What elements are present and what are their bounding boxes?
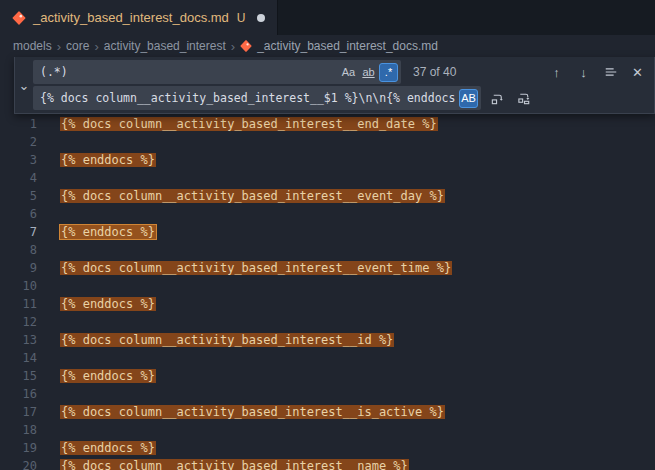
breadcrumb-item-activity-based-interest[interactable]: activity_based_interest — [104, 39, 226, 53]
code-line[interactable] — [37, 313, 60, 331]
editor-line: 6 — [0, 205, 655, 223]
replace-row: AB — [33, 86, 648, 110]
whole-word-option[interactable]: ab — [359, 63, 378, 82]
dbt-file-icon — [12, 11, 26, 25]
line-number: 12 — [0, 313, 37, 331]
line-number: 16 — [0, 385, 37, 403]
editor-line: 9{% docs column__activity_based_interest… — [0, 259, 655, 277]
editor-line: 19{% enddocs %} — [0, 439, 655, 457]
find-in-selection-button[interactable] — [600, 62, 621, 83]
editor-line: 2 — [0, 133, 655, 151]
previous-match-button[interactable]: ↑ — [546, 62, 567, 83]
git-status-badge: U — [237, 11, 246, 25]
code-line[interactable]: {% docs column__activity_based_interest_… — [37, 187, 445, 205]
breadcrumb-item-file[interactable]: _activity_based_interest_docs.md — [240, 39, 438, 53]
replace-all-icon — [517, 91, 532, 106]
editor-line: 10 — [0, 277, 655, 295]
line-number: 7 — [0, 223, 37, 241]
find-input[interactable] — [33, 60, 338, 84]
replace-all-button[interactable] — [514, 88, 535, 109]
find-match: {% docs column__activity_based_interest_… — [60, 261, 452, 275]
editor-line: 11{% enddocs %} — [0, 295, 655, 313]
code-line[interactable]: {% enddocs %} — [37, 151, 156, 169]
line-number: 11 — [0, 295, 37, 313]
code-line[interactable] — [37, 169, 60, 187]
replace-input[interactable] — [33, 86, 458, 110]
line-number: 15 — [0, 367, 37, 385]
breadcrumb-item-core[interactable]: core — [66, 39, 89, 53]
line-number: 20 — [0, 457, 37, 470]
find-match: {% docs column__activity_based_interest_… — [60, 333, 394, 347]
line-number: 13 — [0, 331, 37, 349]
chevron-right-icon: › — [231, 39, 235, 54]
editor-line: 16 — [0, 385, 655, 403]
editor-line: 7{% enddocs %} — [0, 223, 655, 241]
code-line[interactable]: {% docs column__activity_based_interest_… — [37, 403, 445, 421]
current-find-match: {% enddocs %} — [60, 225, 156, 239]
editor-line: 18 — [0, 421, 655, 439]
find-match: {% docs column__activity_based_interest_… — [60, 405, 445, 419]
replace-button[interactable] — [487, 88, 508, 109]
line-number: 14 — [0, 349, 37, 367]
editor-line: 1{% docs column__activity_based_interest… — [0, 115, 655, 133]
replace-input-box: AB — [33, 86, 481, 110]
code-line[interactable] — [37, 349, 60, 367]
code-line[interactable] — [37, 385, 60, 403]
line-number: 3 — [0, 151, 37, 169]
editor-line: 17{% docs column__activity_based_interes… — [0, 403, 655, 421]
editor-line: 5{% docs column__activity_based_interest… — [0, 187, 655, 205]
editor-lines: 1{% docs column__activity_based_interest… — [0, 115, 655, 470]
code-line[interactable] — [37, 277, 60, 295]
code-line[interactable]: {% enddocs %} — [37, 295, 156, 313]
code-line[interactable]: {% docs column__activity_based_interest_… — [37, 331, 394, 349]
code-line[interactable] — [37, 205, 60, 223]
line-number: 2 — [0, 133, 37, 151]
unsaved-changes-dot[interactable] — [257, 14, 265, 22]
tab-filename: _activity_based_interest_docs.md — [33, 10, 229, 25]
line-number: 19 — [0, 439, 37, 457]
code-line[interactable]: {% enddocs %} — [37, 367, 156, 385]
match-case-option[interactable]: Aa — [339, 63, 358, 82]
replace-icon — [490, 91, 505, 106]
editor-line: 4 — [0, 169, 655, 187]
breadcrumb: models › core › activity_based_interest … — [0, 35, 655, 57]
line-number: 17 — [0, 403, 37, 421]
editor-line: 3{% enddocs %} — [0, 151, 655, 169]
tab-bar: _activity_based_interest_docs.md U — [0, 0, 655, 35]
find-match: {% docs column__activity_based_interest_… — [60, 117, 438, 131]
regex-option[interactable]: .* — [379, 63, 398, 82]
editor-line: 12 — [0, 313, 655, 331]
find-replace-widget: ⌄ Aa ab .* 37 of 40 ↑ ↓ ✕ — [14, 57, 655, 114]
line-number: 18 — [0, 421, 37, 439]
find-match: {% enddocs %} — [60, 369, 156, 383]
chevron-right-icon: › — [94, 39, 98, 54]
next-match-button[interactable]: ↓ — [573, 62, 594, 83]
chevron-right-icon: › — [57, 39, 61, 54]
preserve-case-option[interactable]: AB — [459, 89, 478, 108]
line-number: 1 — [0, 115, 37, 133]
close-icon: ✕ — [632, 65, 643, 80]
editor-line: 8 — [0, 241, 655, 259]
close-find-button[interactable]: ✕ — [627, 62, 648, 83]
code-line[interactable]: {% docs column__activity_based_interest_… — [37, 259, 452, 277]
code-line[interactable] — [37, 133, 60, 151]
find-match: {% enddocs %} — [60, 297, 156, 311]
line-number: 10 — [0, 277, 37, 295]
breadcrumb-item-models[interactable]: models — [13, 39, 52, 53]
toggle-replace-button[interactable]: ⌄ — [15, 57, 33, 113]
code-line[interactable]: {% docs column__activity_based_interest_… — [37, 457, 409, 470]
code-line[interactable]: {% enddocs %} — [37, 439, 156, 457]
find-match: {% enddocs %} — [60, 441, 156, 455]
code-line[interactable]: {% enddocs %} — [37, 223, 156, 241]
line-number: 4 — [0, 169, 37, 187]
find-in-selection-icon — [604, 65, 618, 79]
editor-line: 15{% enddocs %} — [0, 367, 655, 385]
find-match: {% enddocs %} — [60, 153, 156, 167]
code-line[interactable] — [37, 421, 60, 439]
editor-line: 20{% docs column__activity_based_interes… — [0, 457, 655, 470]
editor-pane[interactable]: 1{% docs column__activity_based_interest… — [0, 57, 655, 470]
code-line[interactable]: {% docs column__activity_based_interest_… — [37, 115, 438, 133]
editor-line: 13{% docs column__activity_based_interes… — [0, 331, 655, 349]
code-line[interactable] — [37, 241, 60, 259]
editor-tab[interactable]: _activity_based_interest_docs.md U — [0, 0, 278, 35]
